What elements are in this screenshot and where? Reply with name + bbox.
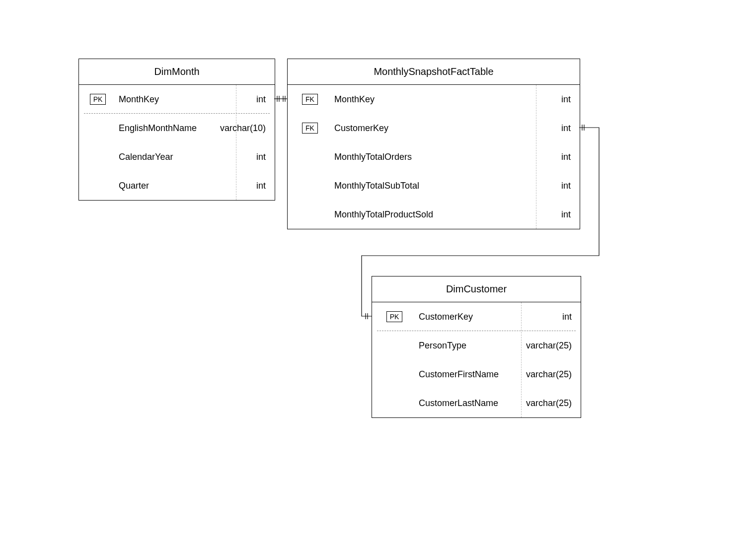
entity-title: DimCustomer [372,276,581,302]
column-name: CustomerFirstName [417,369,512,380]
column-row: FK CustomerKey int [288,114,580,142]
column-row: MonthlyTotalOrders int [288,142,580,171]
column-row: MonthlyTotalSubTotal int [288,171,580,200]
column-type: varchar(25) [512,398,581,409]
column-row: EnglishMonthName varchar(10) [79,114,275,142]
column-name: MonthKey [332,94,527,105]
pk-badge: PK [386,311,403,322]
column-type: int [512,312,581,322]
column-name: CustomerLastName [417,398,512,409]
column-name: PersonType [417,341,512,351]
entity-title: DimMonth [79,59,275,85]
column-type: varchar(10) [207,123,275,134]
column-row: CustomerLastName varchar(25) [372,389,581,417]
column-row: MonthlyTotalProductSold int [288,200,580,229]
column-row: CalendarYear int [79,142,275,171]
entity-rows: PK MonthKey int EnglishMonthName varchar… [79,85,275,200]
column-type: int [527,94,580,105]
column-name: CustomerKey [417,312,512,322]
column-name: CustomerKey [332,123,527,134]
column-row: PK CustomerKey int [372,302,581,331]
column-name: MonthlyTotalOrders [332,152,527,162]
column-type: int [527,209,580,220]
column-row: Quarter int [79,171,275,200]
column-name: MonthlyTotalProductSold [332,209,527,220]
column-name: MonthKey [117,94,227,105]
fk-badge: FK [302,123,318,134]
entity-title: MonthlySnapshotFactTable [288,59,580,85]
column-name: MonthlyTotalSubTotal [332,181,527,191]
column-name: CalendarYear [117,152,227,162]
column-type: varchar(25) [512,369,581,380]
column-row: CustomerFirstName varchar(25) [372,360,581,389]
column-type: int [527,152,580,162]
pk-badge: PK [90,94,106,105]
column-name: EnglishMonthName [117,123,207,134]
column-row: FK MonthKey int [288,85,580,114]
entity-dim-customer: DimCustomer PK CustomerKey int PersonTyp… [372,276,581,418]
column-name: Quarter [117,181,227,191]
column-type: int [227,181,275,191]
column-type: varchar(25) [512,341,581,351]
column-type: int [227,94,275,105]
relation-dimmonth-fact [274,96,287,102]
column-row: PersonType varchar(25) [372,331,581,360]
column-row: PK MonthKey int [79,85,275,114]
fk-badge: FK [302,94,318,105]
column-type: int [527,181,580,191]
entity-dim-month: DimMonth PK MonthKey int EnglishMonthNam… [78,59,275,201]
entity-rows: FK MonthKey int FK CustomerKey int Month… [288,85,580,229]
entity-rows: PK CustomerKey int PersonType varchar(25… [372,302,581,417]
entity-fact-table: MonthlySnapshotFactTable FK MonthKey int… [287,59,580,229]
column-type: int [527,123,580,134]
column-type: int [227,152,275,162]
